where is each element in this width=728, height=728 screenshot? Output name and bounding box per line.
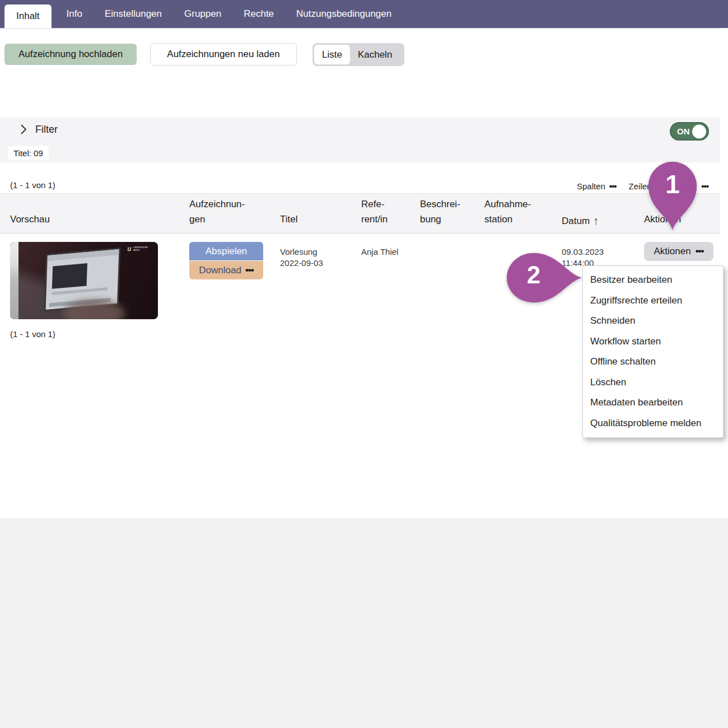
tab-info[interactable]: Info bbox=[67, 0, 82, 28]
result-count-bottom: (1 - 1 von 1) bbox=[10, 329, 55, 339]
toggle-state-label: ON bbox=[677, 127, 690, 136]
header-vorschau: Vorschau bbox=[10, 212, 189, 233]
actions-ellipsis-icon: ••• bbox=[696, 246, 704, 257]
header-referent: Refe- rent/in bbox=[361, 197, 420, 233]
cell-titel: Vorlesung 2022-09-03 bbox=[280, 242, 361, 269]
view-option-kacheln[interactable]: Kacheln bbox=[350, 45, 400, 64]
header-datum-label: Datum bbox=[562, 216, 590, 227]
header-beschreibung: Beschrei- bung bbox=[420, 197, 484, 233]
view-option-liste[interactable]: Liste bbox=[314, 45, 350, 64]
tab-nutzungsbedingungen[interactable]: Nutzungsbedingungen bbox=[296, 0, 391, 28]
row-actions-button[interactable]: Aktionen ••• bbox=[644, 242, 713, 261]
pin-1-number: 1 bbox=[647, 169, 698, 199]
filter-label: Filter bbox=[35, 124, 58, 136]
upload-recording-button[interactable]: Aufzeichnung hochladen bbox=[4, 44, 137, 65]
columns-control-label[interactable]: Spalten bbox=[577, 181, 605, 191]
menu-item-metadaten-bearbeiten[interactable]: Metadaten bearbeiten bbox=[583, 393, 723, 413]
menu-item-qualitaetsprobleme-melden[interactable]: Qualitätsprobleme melden bbox=[583, 413, 723, 434]
tab-inhalt[interactable]: Inhalt bbox=[4, 4, 52, 28]
filter-bar: Filter Titel: 09 ON bbox=[0, 118, 720, 162]
recording-thumbnail[interactable]: u UNIVERSITÄT BERN bbox=[10, 242, 158, 319]
header-titel: Titel bbox=[280, 212, 361, 233]
list-controls: Spalten ••• Zeilen ••• ••• bbox=[0, 181, 708, 191]
sort-ascending-icon: ↑ bbox=[594, 214, 599, 227]
view-mode-toggle: Liste Kacheln bbox=[312, 43, 404, 66]
header-datum-sort[interactable]: Datum ↑ bbox=[562, 215, 644, 233]
actions-label: Aktionen bbox=[654, 246, 690, 257]
menu-item-besitzer-bearbeiten[interactable]: Besitzer bearbeiten bbox=[583, 270, 723, 291]
filter-chip-titel[interactable]: Titel: 09 bbox=[8, 146, 49, 160]
filter-on-toggle[interactable]: ON bbox=[670, 122, 709, 141]
download-ellipsis-icon: ••• bbox=[245, 265, 254, 276]
table-header-row: Vorschau Aufzeichnun- gen Titel Refe- re… bbox=[0, 193, 720, 234]
play-button[interactable]: Abspielen bbox=[189, 242, 263, 260]
cell-referent: Anja Thiel bbox=[361, 242, 420, 258]
university-logo: u UNIVERSITÄT BERN bbox=[127, 246, 152, 251]
download-button[interactable]: Download ••• bbox=[189, 261, 263, 279]
menu-item-zugriffsrechte-erteilen[interactable]: Zugriffsrechte erteilen bbox=[583, 291, 723, 311]
menu-item-loeschen[interactable]: Löschen bbox=[583, 372, 723, 393]
chevron-right-icon bbox=[20, 123, 27, 136]
menu-item-schneiden[interactable]: Schneiden bbox=[583, 311, 723, 332]
page-footer-area bbox=[0, 518, 728, 728]
reload-recordings-button[interactable]: Aufzeichnungen neu laden bbox=[150, 43, 297, 66]
tab-rechte[interactable]: Rechte bbox=[244, 0, 274, 28]
columns-ellipsis-icon[interactable]: ••• bbox=[609, 181, 617, 191]
filter-expander[interactable]: Filter bbox=[20, 123, 58, 136]
tab-gruppen[interactable]: Gruppen bbox=[184, 0, 221, 28]
top-navbar: Inhalt Info Einstellungen Gruppen Rechte… bbox=[0, 0, 728, 29]
menu-item-workflow-starten[interactable]: Workflow starten bbox=[583, 332, 723, 352]
header-aufnahmestation: Aufnahme- station bbox=[484, 197, 562, 233]
app-page: Inhalt Info Einstellungen Gruppen Rechte… bbox=[0, 0, 728, 728]
actions-dropdown-menu: Besitzer bearbeiten Zugriffsrechte ertei… bbox=[582, 265, 724, 438]
cell-aufnahmestation bbox=[484, 242, 562, 246]
cell-beschreibung bbox=[420, 242, 484, 246]
annotation-pin-2: 2 bbox=[506, 252, 583, 304]
pin-2-number: 2 bbox=[511, 261, 556, 289]
header-aufzeichnungen: Aufzeichnun- gen bbox=[189, 197, 280, 233]
annotation-pin-1: 1 bbox=[647, 161, 698, 231]
more-ellipsis-icon[interactable]: ••• bbox=[701, 181, 708, 191]
download-label: Download bbox=[199, 265, 241, 276]
tab-einstellungen[interactable]: Einstellungen bbox=[105, 0, 162, 28]
toggle-knob bbox=[692, 124, 706, 138]
menu-item-offline-schalten[interactable]: Offline schalten bbox=[583, 352, 723, 372]
